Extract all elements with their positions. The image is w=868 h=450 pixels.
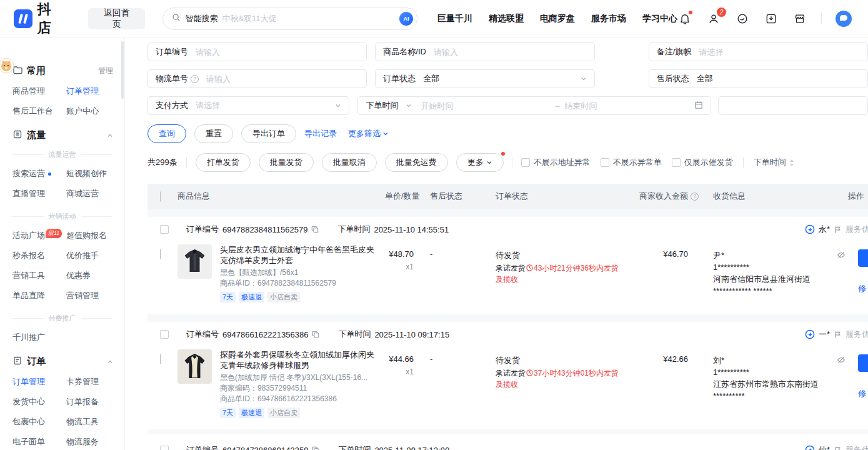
pigeon-chat-icon[interactable]: [805, 329, 815, 339]
tracking-input[interactable]: [206, 74, 359, 84]
product-image[interactable]: [177, 349, 212, 384]
extra-filter[interactable]: [718, 96, 868, 115]
order-no-filter[interactable]: 订单编号: [147, 42, 367, 61]
reset-button[interactable]: 重置: [194, 124, 233, 143]
chevron-up-icon[interactable]: [107, 356, 113, 367]
flag-icon[interactable]: [834, 446, 842, 450]
row-checkbox[interactable]: [160, 354, 161, 364]
question-icon[interactable]: [691, 192, 699, 201]
sidebar-item-marketing-tools[interactable]: 营销工具: [12, 270, 66, 281]
order-checkbox[interactable]: [160, 446, 169, 450]
search-input[interactable]: [222, 14, 395, 23]
manage-link[interactable]: 管理: [98, 66, 113, 76]
assistant-dog-icon[interactable]: [0, 58, 14, 74]
checkbox-icon[interactable]: [601, 158, 609, 167]
sidebar-item-search-ops[interactable]: 搜索运营: [12, 168, 66, 179]
buyer-name[interactable]: 一*: [819, 329, 830, 340]
sidebar-item-qianchuan-promo[interactable]: 千川推广: [12, 332, 66, 343]
export-order-button[interactable]: 导出订单: [241, 124, 296, 143]
account-icon[interactable]: 2: [706, 11, 721, 26]
sidebar-item-marketing-manage[interactable]: 营销管理: [66, 290, 116, 301]
order-time-sorter[interactable]: 下单时间: [754, 157, 795, 168]
pigeon-chat-icon[interactable]: [805, 445, 815, 450]
nav-service-market[interactable]: 服务市场: [591, 13, 626, 24]
calendar-icon[interactable]: [694, 101, 703, 111]
chevron-down-icon[interactable]: [335, 102, 341, 109]
copy-icon[interactable]: [311, 226, 319, 233]
nav-qianchuan[interactable]: 巨量千川: [437, 13, 472, 24]
batch-free-shipping-button[interactable]: 批量免运费: [385, 153, 448, 172]
question-icon[interactable]: [191, 75, 199, 83]
buyer-name[interactable]: 仙*: [819, 444, 830, 450]
user-avatar[interactable]: [836, 11, 852, 27]
end-time-input[interactable]: [565, 101, 694, 111]
sidebar-item-logistics-service[interactable]: 物流服务: [66, 436, 116, 448]
remark-input[interactable]: [699, 48, 860, 57]
aftersale-status-filter[interactable]: 售后状态 全部: [649, 69, 868, 88]
sidebar-item-package-center[interactable]: 包裹中心: [12, 416, 66, 428]
row-checkbox[interactable]: [160, 249, 161, 259]
edit-address-link[interactable]: 修: [858, 388, 868, 399]
batch-cancel-button[interactable]: 批量取消: [322, 153, 377, 172]
product-title[interactable]: 探爵者外套男保暖秋冬立领加绒加厚休闲夹克青年绒款修身棒球服男: [220, 349, 375, 371]
buyer-name[interactable]: 永*: [819, 224, 830, 235]
hide-address-abnormal-checkbox[interactable]: 不展示地址异常: [521, 157, 591, 168]
export-log-link[interactable]: 导出记录: [304, 128, 337, 139]
order-checkbox[interactable]: [160, 225, 169, 234]
pigeon-chat-icon[interactable]: [805, 224, 815, 234]
sidebar-item-activity-plaza[interactable]: 活动广场双11: [12, 230, 66, 241]
ai-assistant-icon[interactable]: AI: [399, 12, 413, 26]
copy-icon[interactable]: [312, 446, 319, 450]
product-title[interactable]: 头层皮衣男立领加绒海宁中年爸爸黑毛皮夹克仿绵羊皮男士外套: [220, 244, 375, 266]
download-center-icon[interactable]: [764, 11, 779, 26]
copy-icon[interactable]: [312, 331, 319, 338]
more-actions-button[interactable]: 更多: [456, 153, 504, 172]
product-input[interactable]: [434, 48, 587, 57]
sidebar-item-e-waybill[interactable]: 电子面单: [12, 436, 66, 448]
start-time-input[interactable]: [421, 101, 550, 111]
payment-filter[interactable]: 支付方式 请选择: [147, 96, 349, 115]
checkbox-icon[interactable]: [521, 158, 530, 167]
nav-learning[interactable]: 学习中心: [642, 13, 677, 24]
order-checkbox[interactable]: [160, 330, 169, 339]
query-button[interactable]: 查询: [147, 124, 186, 143]
sidebar-item-logistics-tools[interactable]: 物流工具: [66, 416, 116, 428]
primary-action-button[interactable]: [858, 354, 868, 372]
sidebar-scrollbar[interactable]: [121, 41, 124, 99]
product-filter[interactable]: 商品名称/ID: [375, 42, 594, 61]
edit-address-link[interactable]: 修: [858, 283, 868, 294]
print-ship-button[interactable]: 打单发货: [196, 153, 251, 172]
shop-icon[interactable]: [792, 11, 807, 26]
hide-abnormal-order-checkbox[interactable]: 不展示异常单: [601, 157, 662, 168]
chevron-up-icon[interactable]: [107, 130, 113, 141]
sidebar-item-ship-center[interactable]: 发货中心: [12, 396, 66, 408]
nav-jingxuan[interactable]: 精选联盟: [489, 13, 524, 24]
primary-action-button[interactable]: [858, 249, 868, 267]
order-no-input[interactable]: [196, 48, 359, 57]
sidebar-item-single-discount[interactable]: 单品直降: [12, 290, 66, 301]
sidebar-item-video-create[interactable]: 短视频创作: [66, 168, 116, 179]
sidebar-item-aftersale-workbench[interactable]: 售后工作台: [12, 106, 66, 117]
chevron-down-icon[interactable]: [581, 76, 587, 82]
back-home-button[interactable]: 返回首页: [88, 8, 145, 29]
sidebar-item-value-buy[interactable]: 超值购报名: [66, 230, 116, 241]
select-all-checkbox[interactable]: [160, 191, 161, 202]
eye-off-icon[interactable]: [837, 251, 846, 259]
sidebar-item-order-manage2[interactable]: 订单管理: [12, 376, 66, 388]
sidebar-item-order-manage[interactable]: 订单管理: [66, 86, 116, 97]
time-range-filter[interactable]: 下单时间 –: [357, 96, 711, 115]
sidebar-item-account-center[interactable]: 账户中心: [66, 106, 116, 117]
sidebar-item-mall-ops[interactable]: 商城运营: [66, 188, 116, 199]
sidebar-item-product-manage[interactable]: 商品管理: [12, 86, 66, 97]
chevron-down-icon[interactable]: [406, 101, 412, 111]
sidebar-item-live-manage[interactable]: 直播管理: [12, 188, 66, 199]
product-image[interactable]: [177, 244, 212, 279]
sidebar-item-price-pusher[interactable]: 优价推手: [66, 250, 116, 261]
eye-off-icon[interactable]: [837, 356, 846, 364]
flag-icon[interactable]: [834, 331, 842, 339]
smart-search-box[interactable]: 智能搜索 AI: [162, 8, 417, 30]
notification-bell-icon[interactable]: [677, 11, 692, 26]
checkbox-icon[interactable]: [672, 158, 681, 167]
customer-service-icon[interactable]: [735, 11, 750, 26]
sidebar-item-flash-sale[interactable]: 秒杀报名: [12, 250, 66, 261]
